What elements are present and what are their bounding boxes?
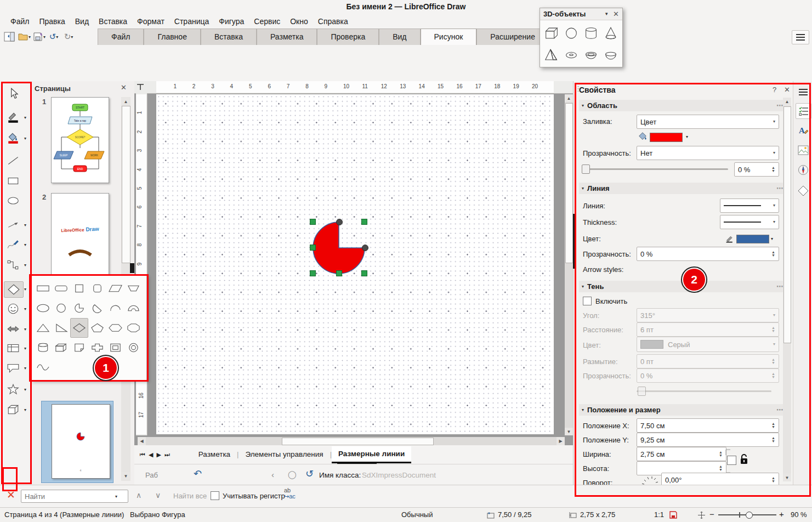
3d-hemisphere-icon[interactable] [601,44,621,66]
find-history-dropdown[interactable]: ▾ [115,494,117,499]
status-style-name[interactable]: Обычный [401,510,433,519]
vertical-scrollbar[interactable]: ▲ ▼ [565,94,573,435]
menu-item-2[interactable]: Вид [70,17,94,26]
sidebar-tab-character[interactable]: A [796,123,810,138]
menu-item-5[interactable]: Страница [169,17,214,26]
pages-splitter-handle[interactable] [130,263,134,273]
layer-nav[interactable]: ⏮ ◀ ▶ ⏭ [140,451,170,458]
tab-главное[interactable]: Главное [144,29,201,45]
shape-triangle-icon[interactable] [34,318,52,338]
sidebar-splitter-handle[interactable] [573,214,576,269]
line-transparency-input[interactable]: 0 % ▲▼ [637,247,779,261]
tab-проверка[interactable]: Проверка [317,29,379,45]
line-color-dropdown[interactable]: ▾ [771,236,773,241]
pie-angle-handle-right[interactable] [362,245,368,251]
menu-item-1[interactable]: Правка [34,17,70,26]
zoom-out-icon[interactable]: − [709,509,714,519]
shape-octagon-icon[interactable] [124,318,143,338]
menu-icon[interactable] [792,30,809,44]
layer-tab-0[interactable]: Разметка [192,447,237,462]
shape-rounded-rectangle-icon[interactable] [52,279,70,298]
pages-scrollbar-thumb[interactable] [122,106,130,263]
tool-block-arrows-icon[interactable] [4,321,22,337]
tab-рисунок[interactable]: Рисунок [421,29,477,45]
width-input[interactable]: 2,75 см ▲▼ [637,447,726,461]
tool-connector-icon[interactable] [4,257,22,273]
fill-color-sidebar-swatch[interactable] [650,133,683,142]
shape-rounded-square-icon[interactable] [88,279,106,298]
tool-arrow-dropdown[interactable]: ▾ [24,223,26,228]
pages-panel-close-icon[interactable]: ✕ [121,83,127,92]
tool-stars-icon[interactable] [4,382,22,397]
match-case-checkbox[interactable] [211,491,219,500]
ide-rotate-icon[interactable]: ↺ [305,468,314,480]
tool-rectangle-icon[interactable] [4,173,22,189]
close-find-icon[interactable]: ✕ [7,489,15,501]
shape-circle-icon[interactable] [52,298,70,318]
vertical-scrollbar-thumb[interactable] [565,103,573,263]
handle-middle-left[interactable] [310,245,316,251]
section-area[interactable]: ▾Область⋯ [579,100,787,111]
shape-folded-corner-icon[interactable] [70,338,88,358]
3d-cone-icon[interactable] [601,22,621,44]
tab-вид[interactable]: Вид [379,29,420,45]
sidebar-tab-navigator[interactable] [796,162,810,177]
shape-diamond-icon[interactable] [70,318,88,338]
first-layer-icon[interactable]: ⏮ [140,451,145,458]
sidebar-tab-shapes[interactable] [796,183,810,198]
open-file-icon[interactable]: ▾ [18,30,31,43]
section-line[interactable]: ▾Линия⋯ [579,183,787,194]
3d-palette-dropdown[interactable]: ▼ [604,12,613,16]
format-search-icon[interactable]: ab ↪ac [284,487,296,500]
scroll-down-icon[interactable]: ▼ [565,428,573,435]
menu-item-9[interactable]: Справка [313,17,353,26]
tab-разметка[interactable]: Разметка [257,29,317,45]
lock-open-icon[interactable] [739,453,749,466]
ide-search-icon[interactable]: ◯ [288,470,297,479]
find-all-button[interactable]: Найти все [173,492,207,500]
position-x-input[interactable]: 7,50 см ▲▼ [637,418,779,433]
sidebar-close-icon[interactable]: ✕ [784,86,790,94]
tool-fill-color-icon[interactable] [4,130,22,146]
last-layer-icon[interactable]: ⏭ [164,451,170,458]
tab-файл[interactable]: Файл [98,29,144,45]
shape-square-icon[interactable] [70,279,88,298]
3d-cylinder-icon[interactable] [581,22,601,44]
find-next-icon[interactable]: ∨ [155,491,161,500]
line-color-pencil-icon[interactable] [725,235,734,243]
3d-torus-icon[interactable] [561,44,581,66]
tool-line-icon[interactable] [4,153,22,168]
shape-wave-icon[interactable] [34,358,52,377]
shape-cross-icon[interactable] [88,338,106,358]
status-zoom-level[interactable]: 90 % [791,510,807,519]
shape-ring-icon[interactable] [124,338,143,358]
tool-ellipse-icon[interactable] [4,193,22,208]
sidebar-help-icon[interactable]: ? [773,86,776,94]
handle-top-left[interactable] [310,219,316,225]
tab-расширение[interactable]: Расширение [476,29,549,45]
sidebar-scroll-up-icon[interactable]: ▲ [783,98,791,105]
tab-вставка[interactable]: Вставка [201,29,257,45]
horizontal-ruler[interactable]: 1234567891011121314151617181920 [147,81,573,94]
tool-curve-icon[interactable] [4,237,22,252]
handle-top-right[interactable] [361,219,367,225]
tool-line-color-dropdown[interactable]: ▾ [24,115,26,120]
tool-connector-dropdown[interactable]: ▾ [24,263,26,268]
ide-undo-icon[interactable]: ↶ [194,468,202,480]
handle-bottom-center[interactable] [336,270,342,276]
page-4-thumbnail[interactable]: 4 [52,404,110,479]
find-previous-icon[interactable]: ∧ [136,491,141,500]
shape-ellipse-icon[interactable] [34,298,52,318]
zoom-fit-icon[interactable] [697,511,706,519]
tool-callouts-dropdown[interactable]: ▾ [24,366,26,371]
menu-item-6[interactable]: Фигура [214,17,249,26]
tool-stars-dropdown[interactable]: ▾ [24,387,26,392]
menu-item-4[interactable]: Формат [132,17,169,26]
save-icon[interactable]: ▾ [32,30,46,43]
transparency-percent-input[interactable]: 0 % ▲▼ [734,162,779,177]
tool-callouts-icon[interactable] [4,360,22,376]
handle-bottom-left[interactable] [310,270,316,276]
vertical-ruler[interactable]: 1234567891011121314151617 [136,93,147,435]
transparency-slider[interactable] [583,168,728,170]
pie-angle-handle-top[interactable] [336,219,343,225]
